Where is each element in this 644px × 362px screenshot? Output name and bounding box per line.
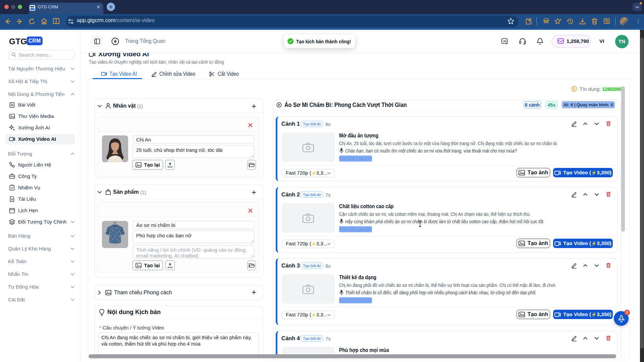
svg-text:AI: AI [503,40,506,43]
svg-text:$: $ [573,87,575,91]
